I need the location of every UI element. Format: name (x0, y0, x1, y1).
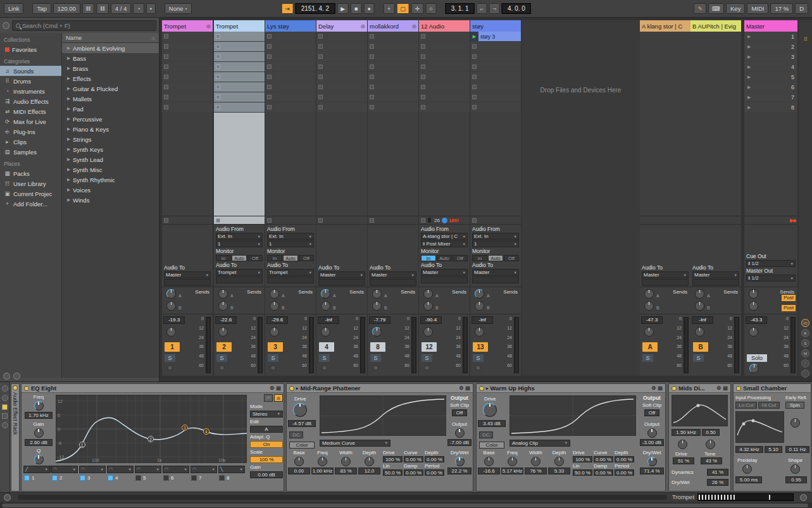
save-icon[interactable]: ▤ (276, 385, 281, 391)
tone-knob[interactable] (706, 440, 715, 449)
sidebar-category[interactable]: ⎆Plug-Ins (0, 127, 61, 137)
volume-field[interactable]: -Inf (472, 316, 493, 324)
follow-button[interactable]: ⇥ (281, 3, 294, 14)
output-value[interactable]: -7.00 dB (447, 439, 472, 446)
track-header[interactable]: støy (470, 20, 521, 32)
clip-slot[interactable] (368, 62, 418, 71)
overview-grid-icon[interactable]: ⠿ (799, 37, 812, 42)
curve-menu[interactable]: Analog Clip▼ (509, 440, 570, 447)
mini-value[interactable]: 0.00 % (615, 456, 634, 462)
band-filter-select[interactable]: ◠▼ (135, 466, 161, 473)
tempo-field[interactable]: 120.00 (53, 3, 80, 14)
sidebar-category[interactable]: ◔Instruments (0, 86, 61, 96)
monitor-off[interactable]: Off (504, 255, 519, 261)
device-panel-circle-2[interactable] (2, 395, 8, 401)
browser-item[interactable]: ▶Percussive (62, 114, 159, 124)
monitor-auto[interactable]: Auto (283, 255, 298, 261)
session-record-button[interactable]: ○ (425, 3, 436, 14)
clip-slot[interactable] (419, 102, 470, 112)
output-knob[interactable] (455, 428, 465, 438)
clip-slot[interactable] (162, 92, 213, 102)
sidebar-place[interactable]: ▣Current Projec (0, 189, 61, 199)
scene-row[interactable]: ▶5 (744, 72, 797, 82)
send-b-knob[interactable] (321, 301, 330, 311)
device-panel-circle-3[interactable] (2, 422, 8, 428)
param-value[interactable]: 0.00 (288, 468, 310, 474)
stop-row[interactable] (162, 216, 213, 225)
track-header[interactable]: A klang stor | C (640, 20, 690, 32)
param-value[interactable]: 76 % (525, 468, 547, 474)
param-knob[interactable] (294, 457, 304, 466)
mode-select[interactable]: Stereo▼ (250, 411, 283, 418)
clip-slot[interactable] (162, 32, 213, 41)
input-channel-select[interactable]: 1▼ (267, 240, 314, 247)
empty-slot-area[interactable] (690, 32, 741, 216)
band-filter-select[interactable]: ◠▼ (107, 466, 134, 473)
metronome-button[interactable]: ◔ (133, 3, 144, 14)
clip-slot[interactable] (265, 62, 316, 71)
param-value[interactable]: 1.00 kHz (311, 468, 334, 474)
mini-value[interactable]: 0.00 % (425, 456, 444, 462)
clip-slot[interactable] (214, 52, 265, 61)
scene-row[interactable]: ▶7 (744, 92, 797, 102)
band-checkbox[interactable] (135, 475, 141, 481)
track-activator[interactable]: 3 (268, 342, 283, 352)
device-activator[interactable] (736, 386, 741, 391)
device-fold-icon[interactable]: ▸ (296, 386, 299, 391)
clip-slot[interactable] (419, 82, 470, 92)
volume-field[interactable]: -22.6 (215, 316, 237, 324)
mini-value[interactable]: 50.0 % (573, 469, 592, 476)
send-b-knob[interactable] (166, 301, 176, 311)
scene-play-icon[interactable]: ▶ (747, 54, 751, 59)
audio-to-sub-select[interactable] (642, 279, 689, 286)
spin-rate-value[interactable]: 0.11 Hz (785, 446, 809, 453)
stop-row[interactable] (470, 216, 521, 225)
pan-knob[interactable] (423, 327, 433, 337)
track-activator[interactable]: 12 (422, 342, 437, 352)
scroll-circle-icon[interactable] (801, 369, 809, 378)
device-title-bar[interactable]: ▸ Mid-Range Phattener ⚙▤ (287, 384, 473, 393)
clip-slot[interactable] (419, 62, 470, 71)
master-out-select[interactable]: ǁ 1/2▼ (746, 275, 796, 282)
sidebar-category[interactable]: ⠿Drums (0, 76, 61, 86)
empty-slot-area[interactable] (316, 113, 367, 216)
browser-item[interactable]: ▶Synth Lead (62, 154, 159, 164)
solo-button[interactable]: S (165, 354, 175, 362)
input-channel-select[interactable]: 1▼ (216, 240, 263, 247)
clip-slot[interactable] (316, 62, 367, 71)
audio-from-select[interactable]: A-klang stor | C▼ (421, 233, 468, 240)
clip-slot[interactable] (214, 82, 265, 92)
midi-map-button[interactable]: MIDI (747, 3, 768, 14)
wrench-icon[interactable]: ⚙ (716, 385, 721, 391)
empty-slot-area[interactable] (640, 32, 690, 216)
output-knob[interactable] (647, 428, 657, 438)
audio-from-select[interactable]: Ext. In▼ (216, 233, 263, 240)
track-header[interactable]: Trompet (214, 20, 265, 32)
freq-value[interactable]: 1.70 kHz (25, 412, 53, 419)
track-activator[interactable]: A (642, 342, 658, 352)
q-knob[interactable] (34, 455, 44, 464)
param-value[interactable]: 83 % (335, 468, 357, 474)
wrench-icon[interactable]: ⚙ (270, 385, 274, 391)
empty-slot-area[interactable] (368, 113, 418, 216)
band-checkbox[interactable] (163, 475, 169, 481)
volume-field[interactable]: -43.3 (746, 316, 767, 324)
wrench-icon[interactable]: ⚙ (651, 385, 656, 391)
clip-slot[interactable] (214, 42, 265, 51)
clip-slot[interactable] (316, 72, 367, 82)
save-icon[interactable]: ▤ (658, 385, 663, 391)
clip-slot[interactable] (265, 72, 316, 82)
clip-slot[interactable] (316, 92, 367, 102)
browser-item[interactable]: ▶Pad (62, 104, 159, 114)
send-b-knob[interactable] (644, 301, 654, 311)
clip-slot[interactable] (368, 52, 418, 61)
dry-wet-value[interactable]: 71.4 % (640, 468, 664, 474)
new-button[interactable]: + (384, 3, 394, 14)
param-value[interactable]: 5.17 kHz (501, 468, 523, 474)
disk-overload-indicator[interactable]: D (795, 3, 808, 14)
device-activator[interactable] (671, 386, 677, 391)
eq-curve-display[interactable]: 1260-6-12 1001k10k 1 2 3 4 (56, 395, 247, 463)
adapt-q-button[interactable]: On (250, 441, 283, 448)
solo-button[interactable]: S (268, 354, 278, 362)
band-checkbox[interactable] (52, 475, 58, 481)
